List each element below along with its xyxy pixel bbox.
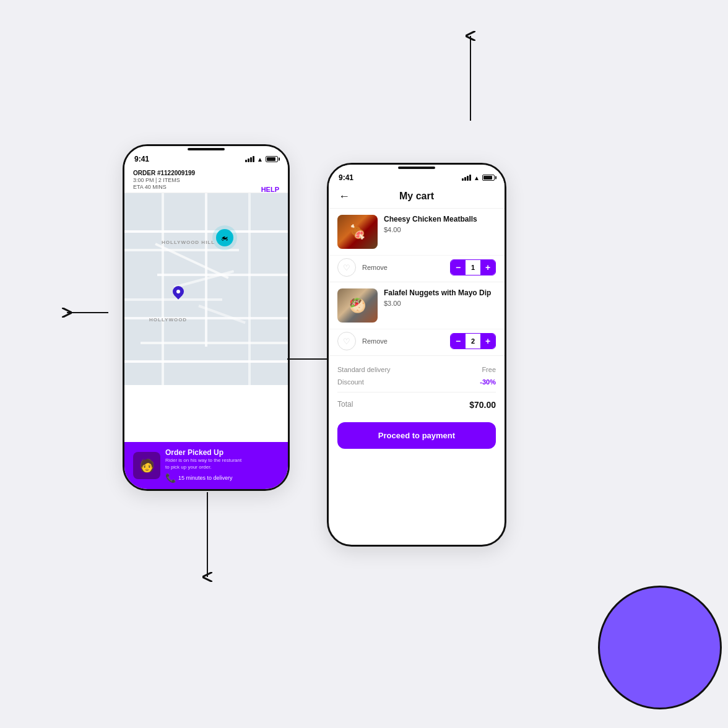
quantity-increase-2[interactable]: + xyxy=(480,334,495,349)
order-header: ORDER #1122009199 3:00 PM | 2 ITEMS ETA … xyxy=(124,166,288,193)
notification-text: Order Picked Up Rider is on his way to t… xyxy=(165,448,279,483)
item-actions-2: ♡ Remove − 2 + xyxy=(329,329,505,356)
item-price-2: $3.00 xyxy=(384,300,496,307)
phone-cart: 9:41 ▲ ← My cart 🍖 Cheesy Chicken Meat xyxy=(327,163,506,547)
remove-label-2[interactable]: Remove xyxy=(362,337,444,345)
battery-icon-2 xyxy=(482,175,495,181)
item-actions-1: ♡ Remove − 1 + xyxy=(329,256,505,282)
quantity-control-1: − 1 + xyxy=(450,259,496,275)
quantity-control-2: − 2 + xyxy=(450,333,496,349)
pricing-divider xyxy=(337,392,496,392)
order-meta: 3:00 PM | 2 ITEMS xyxy=(133,177,279,183)
item-price-1: $4.00 xyxy=(384,226,496,233)
discount-label: Discount xyxy=(337,378,364,386)
delivery-row: Standard delivery Free xyxy=(337,363,496,376)
signal-icon-2 xyxy=(462,175,471,181)
cart-header: ← My cart xyxy=(329,184,505,209)
scene: 9:41 ▲ ORDER #1122009199 3:00 PM | 2 ITE… xyxy=(85,70,643,658)
total-label: Total xyxy=(337,400,353,410)
delivery-label: Standard delivery xyxy=(337,366,391,373)
favorite-button-1[interactable]: ♡ xyxy=(337,258,356,277)
wifi-icon: ▲ xyxy=(257,156,263,163)
quantity-decrease-1[interactable]: − xyxy=(451,260,466,275)
time-phone2: 9:41 xyxy=(339,173,353,182)
discount-value: -30% xyxy=(480,378,496,386)
time-phone1: 9:41 xyxy=(134,155,149,163)
destination-pin xyxy=(173,286,184,300)
battery-icon xyxy=(266,156,278,162)
item-details-2: Falafel Nuggets with Mayo Dip $3.00 xyxy=(384,288,496,307)
quantity-value-1: 1 xyxy=(466,260,480,275)
delivery-value: Free xyxy=(482,366,496,373)
cart-item-1: 🍖 Cheesy Chicken Meatballs $4.00 xyxy=(329,209,505,256)
total-row: Total $70.00 xyxy=(337,396,496,410)
status-bar-phone1: 9:41 ▲ xyxy=(124,150,288,166)
back-button[interactable]: ← xyxy=(339,190,350,203)
item-name-1: Cheesy Chicken Meatballs xyxy=(384,215,496,225)
remove-label-1[interactable]: Remove xyxy=(362,264,444,271)
order-number: ORDER #1122009199 xyxy=(133,170,279,176)
quantity-increase-1[interactable]: + xyxy=(480,260,495,275)
item-name-2: Falafel Nuggets with Mayo Dip xyxy=(384,288,496,298)
rider-icon xyxy=(216,229,233,246)
phone-delivery: 9:41 ▲ ORDER #1122009199 3:00 PM | 2 ITE… xyxy=(123,144,290,491)
quantity-value-2: 2 xyxy=(466,334,480,349)
order-notification: 🧑 Order Picked Up Rider is on his way to… xyxy=(124,442,288,489)
left-arrow xyxy=(62,303,111,322)
order-eta: ETA 40 MINS xyxy=(133,184,279,190)
status-icons-phone1: ▲ xyxy=(245,156,278,163)
rider-avatar: 🧑 xyxy=(133,452,160,479)
notification-title: Order Picked Up xyxy=(165,448,279,457)
item-image-2: 🥙 xyxy=(337,288,378,323)
pricing-section: Standard delivery Free Discount -30% Tot… xyxy=(329,356,505,417)
map-area: HOLLYWOOD HILL HOLLYWOOD xyxy=(124,193,288,385)
item-details-1: Cheesy Chicken Meatballs $4.00 xyxy=(384,215,496,233)
notification-subtitle: Rider is on his way to the resturantto p… xyxy=(165,457,279,470)
cart-title: My cart xyxy=(399,191,434,202)
map-label-hollywood: HOLLYWOOD xyxy=(149,317,187,323)
discount-row: Discount -30% xyxy=(337,376,496,388)
up-arrow xyxy=(461,31,480,124)
quantity-decrease-2[interactable]: − xyxy=(451,334,466,349)
help-button[interactable]: HELP xyxy=(261,186,279,193)
notification-time: 📞 15 minutes to delivery xyxy=(165,473,279,483)
signal-icon xyxy=(245,156,254,162)
status-bar-phone2: 9:41 ▲ xyxy=(329,168,505,184)
total-value: $70.00 xyxy=(469,400,496,410)
item-image-1: 🍖 xyxy=(337,215,378,249)
wifi-icon-2: ▲ xyxy=(474,175,480,181)
proceed-button[interactable]: Proceed to payment xyxy=(337,422,496,449)
cart-item-2: 🥙 Falafel Nuggets with Mayo Dip $3.00 xyxy=(329,282,505,329)
status-icons-phone2: ▲ xyxy=(462,175,495,181)
down-arrow-left xyxy=(198,489,217,582)
map-label-hollywood-hill: HOLLYWOOD HILL xyxy=(162,240,215,245)
favorite-button-2[interactable]: ♡ xyxy=(337,332,356,350)
